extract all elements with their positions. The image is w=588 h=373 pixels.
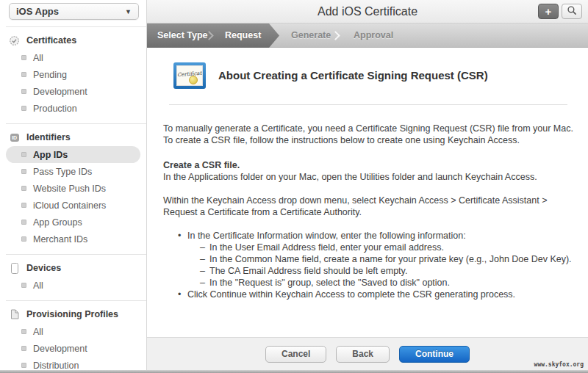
create-csr-subheading: Create a CSR file. bbox=[163, 159, 573, 171]
sidebar-item-label: All bbox=[33, 280, 43, 291]
section-identifiers: ID Identifiers App IDs Pass Type IDs Web… bbox=[0, 128, 146, 247]
sidebar-item-label: Development bbox=[33, 344, 87, 354]
list-item-text: In the Certificate Information window, e… bbox=[187, 231, 466, 241]
instruction-list: In the Certificate Information window, e… bbox=[178, 230, 573, 300]
bullet-square-icon bbox=[21, 329, 26, 334]
sidebar-item-profiles-all[interactable]: All bbox=[6, 323, 140, 340]
sidebar-item-label: iCloud Containers bbox=[33, 200, 106, 211]
window-bottom-edge bbox=[0, 370, 588, 373]
add-button[interactable]: + bbox=[538, 4, 559, 19]
sidebar-item-label: Pending bbox=[33, 70, 67, 80]
document-icon bbox=[8, 309, 21, 319]
id-badge-text: ID bbox=[10, 134, 19, 142]
plus-icon: + bbox=[545, 6, 552, 17]
list-item: In the Certificate Information window, e… bbox=[178, 230, 573, 289]
bullet-square-icon bbox=[21, 346, 26, 351]
bullet-square-icon bbox=[21, 186, 26, 191]
sidebar-item-pass-type-ids[interactable]: Pass Type IDs bbox=[6, 163, 140, 180]
sidebar-item-label: Distribution bbox=[33, 361, 79, 371]
section-header-certificates: Certificates bbox=[0, 32, 146, 49]
bullet-square-icon bbox=[21, 55, 26, 60]
search-button[interactable] bbox=[562, 4, 582, 19]
page-title: Add iOS Certificate bbox=[147, 0, 588, 23]
bullet-square-icon bbox=[21, 236, 26, 242]
sidebar: iOS Apps ▼ Certificates All Pending Deve… bbox=[0, 0, 147, 370]
search-icon bbox=[567, 5, 577, 18]
bullet-square-icon bbox=[21, 106, 26, 111]
sidebar-item-website-push-ids[interactable]: Website Push IDs bbox=[6, 180, 140, 197]
sidebar-item-label: Development bbox=[33, 87, 87, 97]
sidebar-item-devices-all[interactable]: All bbox=[6, 277, 140, 294]
keychain-paragraph: Within the Keychain Access drop down men… bbox=[163, 195, 573, 218]
id-badge-icon: ID bbox=[8, 134, 21, 142]
divider bbox=[6, 300, 146, 301]
sidebar-item-certificates-all[interactable]: All bbox=[6, 49, 140, 66]
list-item: In the Common Name field, create a name … bbox=[200, 253, 573, 265]
sidebar-item-app-groups[interactable]: App Groups bbox=[6, 214, 140, 231]
step-select-type: Select Type bbox=[157, 23, 208, 48]
section-certificates: Certificates All Pending Development Pro… bbox=[0, 32, 146, 117]
section-label: Identifiers bbox=[26, 132, 71, 142]
chevron-down-icon: ▼ bbox=[125, 8, 132, 15]
sidebar-item-label: Production bbox=[33, 104, 77, 114]
section-label: Provisioning Profiles bbox=[26, 309, 118, 319]
section-label: Certificates bbox=[26, 35, 76, 46]
ios-apps-dropdown-label: iOS Apps bbox=[16, 6, 125, 17]
bullet-square-icon bbox=[21, 283, 26, 288]
app-window: iOS Apps ▼ Certificates All Pending Deve… bbox=[0, 0, 588, 373]
sidebar-item-label: All bbox=[33, 327, 43, 337]
back-button[interactable]: Back bbox=[336, 346, 390, 363]
content-area: Certificate About Creating a Certificate… bbox=[147, 48, 588, 337]
bullet-square-icon bbox=[21, 89, 26, 94]
divider bbox=[6, 26, 146, 27]
divider bbox=[6, 254, 146, 255]
step-progress-bar: Select Type Request Generate Approval bbox=[147, 23, 588, 48]
content-title-row: Certificate About Creating a Certificate… bbox=[173, 62, 573, 89]
section-provisioning-profiles: Provisioning Profiles All Development Di… bbox=[0, 305, 146, 373]
section-header-provisioning-profiles: Provisioning Profiles bbox=[0, 305, 146, 323]
sidebar-item-label: All bbox=[33, 53, 43, 63]
sidebar-item-profiles-development[interactable]: Development bbox=[6, 340, 140, 357]
bullet-square-icon bbox=[21, 72, 26, 77]
intro-paragraph: To manually generate a Certificate, you … bbox=[163, 123, 573, 146]
bullet-square-icon bbox=[21, 203, 26, 208]
section-header-identifiers: ID Identifiers bbox=[0, 128, 146, 146]
section-label: Devices bbox=[26, 263, 61, 273]
list-item: In the User Email Address field, enter y… bbox=[200, 242, 573, 253]
divider bbox=[169, 104, 567, 105]
sidebar-item-label: App IDs bbox=[33, 150, 68, 160]
main-panel: Add iOS Certificate + Select Type Reques… bbox=[147, 0, 588, 370]
sidebar-item-label: Pass Type IDs bbox=[33, 167, 92, 177]
sidebar-item-certificates-production[interactable]: Production bbox=[6, 100, 140, 117]
sidebar-item-app-ids[interactable]: App IDs bbox=[6, 146, 140, 163]
list-item: In the "Request is" group, select the "S… bbox=[200, 277, 573, 289]
gold-seal-icon bbox=[189, 76, 198, 84]
main-header: Add iOS Certificate + bbox=[147, 0, 588, 23]
sidebar-item-merchant-ids[interactable]: Merchant IDs bbox=[6, 231, 140, 247]
bullet-square-icon bbox=[21, 363, 26, 368]
sidebar-item-icloud-containers[interactable]: iCloud Containers bbox=[6, 197, 140, 214]
section-devices: Devices All bbox=[0, 259, 146, 294]
section-header-devices: Devices bbox=[0, 259, 146, 277]
certificate-seal-icon bbox=[8, 35, 21, 46]
continue-button[interactable]: Continue bbox=[399, 346, 470, 363]
cancel-button[interactable]: Cancel bbox=[265, 346, 326, 363]
content-heading: About Creating a Certificate Signing Req… bbox=[218, 70, 488, 82]
certificate-icon: Certificate bbox=[173, 62, 206, 89]
create-csr-subtext: In the Applications folder on your Mac, … bbox=[163, 171, 573, 183]
sidebar-item-certificates-development[interactable]: Development bbox=[6, 83, 140, 100]
bullet-square-icon bbox=[21, 169, 26, 174]
ios-apps-dropdown[interactable]: iOS Apps ▼ bbox=[9, 3, 139, 20]
sidebar-item-label: Merchant IDs bbox=[33, 234, 87, 245]
sidebar-item-label: Website Push IDs bbox=[33, 184, 106, 194]
chevron-right-icon bbox=[331, 31, 340, 40]
step-generate: Generate bbox=[291, 23, 331, 48]
divider bbox=[6, 123, 146, 124]
bullet-square-icon bbox=[21, 152, 26, 157]
sidebar-item-certificates-pending[interactable]: Pending bbox=[6, 66, 140, 83]
watermark: www.skyfox.org bbox=[534, 361, 584, 368]
bullet-square-icon bbox=[21, 220, 26, 225]
step-request: Request bbox=[225, 23, 261, 48]
instruction-sublist: In the User Email Address field, enter y… bbox=[200, 242, 573, 289]
device-icon bbox=[8, 263, 21, 274]
